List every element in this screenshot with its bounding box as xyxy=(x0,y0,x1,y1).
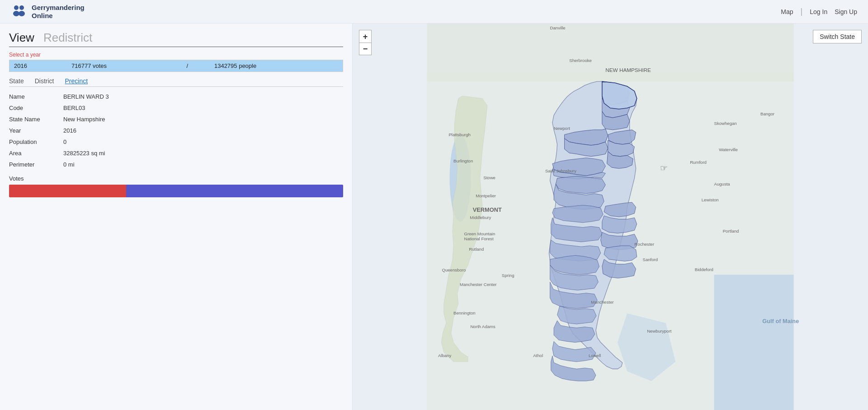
label-state-name: State Name xyxy=(9,116,63,123)
map-label-northadams: North Adams xyxy=(470,324,495,329)
map-label-danville: Danville xyxy=(550,25,566,30)
app-name: Gerrymandering Online xyxy=(32,4,85,20)
map-label-sherbrooke: Sherbrooke xyxy=(569,58,592,63)
map-label-augusta: Augusta xyxy=(714,181,731,186)
map-label-albany: Albany xyxy=(438,353,452,358)
map-panel[interactable]: + − Switch State xyxy=(353,24,868,410)
value-name: BERLIN WARD 3 xyxy=(63,93,343,100)
nav-divider: | xyxy=(801,7,803,16)
tabs-divider xyxy=(9,47,343,47)
view-tabs: View Redistrict xyxy=(9,31,343,45)
map-label-portland: Portland xyxy=(723,229,739,234)
map-label-plattsburgh: Plattsburgh xyxy=(448,132,471,137)
label-code: Code xyxy=(9,105,63,111)
votes-red-bar xyxy=(9,185,126,197)
app-name-line1: Gerrymandering xyxy=(32,4,85,12)
map-label-nh: NEW HAMPSHIRE xyxy=(605,67,651,73)
label-population: Population xyxy=(9,138,63,145)
nav-signup-link[interactable]: Sign Up xyxy=(835,8,857,15)
map-label-athol: Athol xyxy=(533,353,543,358)
map-label-stowe: Stowe xyxy=(483,175,495,180)
tab-view[interactable]: View xyxy=(9,31,34,45)
map-label-greenmtn: Green Mountain xyxy=(464,231,495,236)
switch-state-button[interactable]: Switch State xyxy=(813,30,862,43)
label-perimeter: Perimeter xyxy=(9,161,63,168)
map-label-rutland: Rutland xyxy=(469,247,484,252)
nav-map-link[interactable]: Map xyxy=(781,8,793,15)
map-label-burlington: Burlington xyxy=(453,158,473,163)
map-label-rochester: Rochester xyxy=(634,242,655,247)
year-cell-divider: / xyxy=(182,60,210,72)
map-label-lowell: Lowell xyxy=(589,353,601,358)
logo-icon xyxy=(11,4,27,20)
map-label-middlebury: Middlebury xyxy=(470,215,491,220)
map-label-stjohnsbury: Saint Johnsbury xyxy=(545,168,576,173)
map-label-spring: Spring xyxy=(502,273,514,278)
map-label-skowhegan: Skowhegan xyxy=(714,121,737,126)
value-population: 0 xyxy=(63,138,343,145)
main: View Redistrict Select a year 2016 71677… xyxy=(0,24,868,410)
map-label-newburyport: Newburyport xyxy=(647,329,672,334)
cursor-icon: ☞ xyxy=(660,163,668,173)
map-label-waterville: Waterville xyxy=(719,147,738,152)
tab-district[interactable]: District xyxy=(35,77,54,85)
map-label-biddeford: Biddeford xyxy=(695,267,713,272)
map-label-newport: Newport xyxy=(554,126,570,131)
header-right: Map | Log In Sign Up xyxy=(781,7,857,16)
map-label-manchestercenter: Manchester Center xyxy=(460,282,497,287)
svg-point-3 xyxy=(19,11,25,16)
zoom-in-button[interactable]: + xyxy=(359,30,372,43)
map-label-montpelier: Montpelier xyxy=(476,193,496,198)
map-label-natforest: National Forest xyxy=(464,236,494,241)
year-cell-votes: 716777 votes xyxy=(67,60,182,72)
map-label-lewiston: Lewiston xyxy=(702,197,719,202)
svg-marker-8 xyxy=(714,275,794,410)
svg-point-0 xyxy=(14,5,19,10)
label-area: Area xyxy=(9,150,63,157)
info-grid: Name BERLIN WARD 3 Code BERL03 State Nam… xyxy=(9,93,343,168)
svg-point-2 xyxy=(19,5,24,10)
label-name: Name xyxy=(9,93,63,100)
header-left: Gerrymandering Online xyxy=(11,4,85,20)
app-name-line2: Online xyxy=(32,12,85,20)
value-perimeter: 0 mi xyxy=(63,161,343,168)
map-label-sanford: Sanford xyxy=(643,257,658,262)
map-label-gulf: Gulf of Maine xyxy=(762,318,799,324)
votes-section: Votes xyxy=(9,175,343,197)
value-area: 32825223 sq mi xyxy=(63,150,343,157)
nav-login-link[interactable]: Log In xyxy=(810,8,827,15)
svg-marker-30 xyxy=(604,246,637,261)
tab-state[interactable]: State xyxy=(9,77,24,85)
year-selector-label: Select a year xyxy=(9,52,343,58)
left-panel: View Redistrict Select a year 2016 71677… xyxy=(0,24,353,410)
map-label-vermont: VERMONT xyxy=(473,206,502,213)
value-state-name: New Hampshire xyxy=(63,116,343,123)
map-label-bennington: Bennington xyxy=(453,310,476,315)
votes-blue-bar xyxy=(126,185,343,197)
svg-point-1 xyxy=(13,11,19,16)
tab-redistrict[interactable]: Redistrict xyxy=(43,31,92,45)
map-label-manchester: Manchester xyxy=(591,300,614,305)
map-controls: + − xyxy=(359,30,372,55)
year-table: 2016 716777 votes / 1342795 people xyxy=(9,60,343,72)
value-year: 2016 xyxy=(63,127,343,134)
map-label-queensboro: Queensboro xyxy=(442,267,466,272)
tab-precinct[interactable]: Precinct xyxy=(65,77,88,85)
year-cell-year: 2016 xyxy=(9,60,67,72)
map-label-rumford: Rumford xyxy=(690,160,707,165)
header: Gerrymandering Online Map | Log In Sign … xyxy=(0,0,868,24)
map-label-bangor: Bangor xyxy=(760,111,775,116)
map-svg: Danville Sherbrooke Plattsburgh Burlingt… xyxy=(353,24,868,410)
year-row-2016[interactable]: 2016 716777 votes / 1342795 people xyxy=(9,60,343,72)
info-tabs: State District Precinct xyxy=(9,77,343,87)
votes-bar xyxy=(9,185,343,197)
zoom-out-button[interactable]: − xyxy=(359,43,372,55)
votes-label: Votes xyxy=(9,175,343,182)
label-year: Year xyxy=(9,127,63,134)
year-cell-people: 1342795 people xyxy=(210,60,343,72)
value-code: BERL03 xyxy=(63,105,343,111)
